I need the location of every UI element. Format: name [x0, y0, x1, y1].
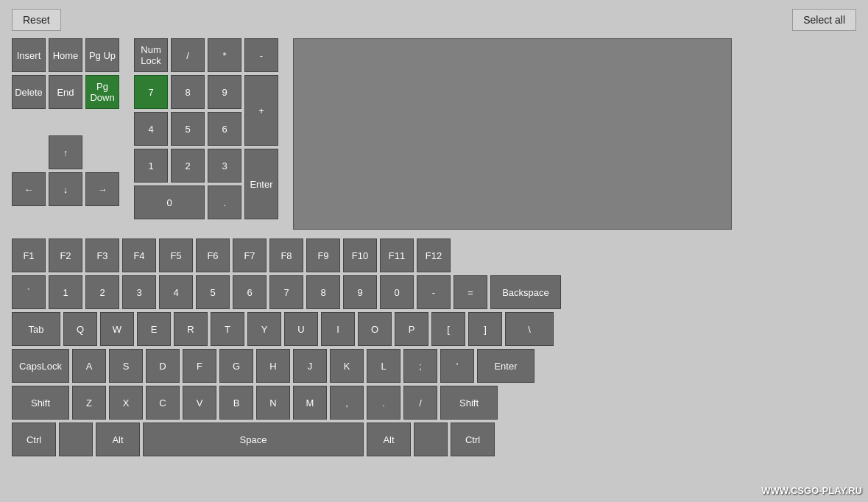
key-1[interactable]: 1	[49, 275, 82, 309]
key-a[interactable]: A	[72, 349, 106, 383]
key-g[interactable]: G	[219, 349, 253, 383]
key-p[interactable]: P	[395, 312, 428, 346]
key-5[interactable]: 5	[196, 275, 230, 309]
key-win-left[interactable]	[59, 423, 93, 456]
key-f6[interactable]: F6	[196, 238, 230, 272]
key-down[interactable]: ↓	[49, 172, 82, 206]
key-k[interactable]: K	[330, 349, 364, 383]
key-num-7[interactable]: 7	[134, 75, 168, 109]
key-f10[interactable]: F10	[343, 238, 377, 272]
key-lbracket[interactable]: [	[431, 312, 465, 346]
key-num-5[interactable]: 5	[171, 112, 205, 146]
key-0[interactable]: 0	[380, 275, 414, 309]
key-num-0[interactable]: 0	[134, 185, 205, 219]
key-alt-right[interactable]: Alt	[367, 423, 411, 456]
key-end[interactable]: End	[49, 75, 82, 109]
key-f12[interactable]: F12	[417, 238, 451, 272]
key-minus[interactable]: -	[417, 275, 451, 309]
key-num-9[interactable]: 9	[208, 75, 241, 109]
key-slash[interactable]: /	[403, 386, 437, 420]
key-backslash[interactable]: \	[505, 312, 554, 346]
key-j[interactable]: J	[293, 349, 327, 383]
key-backspace[interactable]: Backspace	[490, 275, 561, 309]
key-l[interactable]: L	[367, 349, 401, 383]
key-f4[interactable]: F4	[122, 238, 156, 272]
key-n[interactable]: N	[256, 386, 290, 420]
key-m[interactable]: M	[293, 386, 327, 420]
key-w[interactable]: W	[100, 312, 134, 346]
key-6[interactable]: 6	[233, 275, 267, 309]
key-quote[interactable]: '	[440, 349, 474, 383]
key-num-2[interactable]: 2	[171, 149, 205, 183]
key-space[interactable]: Space	[143, 423, 364, 456]
key-pgdown[interactable]: PgDown	[85, 75, 119, 109]
key-v[interactable]: V	[183, 386, 216, 420]
key-y[interactable]: Y	[247, 312, 281, 346]
key-tab[interactable]: Tab	[12, 312, 60, 346]
key-s[interactable]: S	[109, 349, 143, 383]
key-f7[interactable]: F7	[233, 238, 267, 272]
key-f5[interactable]: F5	[159, 238, 193, 272]
key-num-enter[interactable]: Enter	[244, 149, 278, 219]
key-num-1[interactable]: 1	[134, 149, 168, 183]
text-area[interactable]	[293, 38, 732, 230]
key-period[interactable]: .	[367, 386, 401, 420]
key-rbracket[interactable]: ]	[468, 312, 502, 346]
key-9[interactable]: 9	[343, 275, 377, 309]
key-2[interactable]: 2	[85, 275, 119, 309]
key-semicolon[interactable]: ;	[403, 349, 437, 383]
reset-button[interactable]: Reset	[12, 9, 61, 31]
key-num-3[interactable]: 3	[208, 149, 241, 183]
key-q[interactable]: Q	[63, 312, 97, 346]
key-7[interactable]: 7	[269, 275, 303, 309]
key-num-dot[interactable]: .	[208, 185, 241, 219]
key-u[interactable]: U	[284, 312, 318, 346]
key-home[interactable]: Home	[49, 38, 82, 72]
key-shift-right[interactable]: Shift	[440, 386, 498, 420]
key-8[interactable]: 8	[306, 275, 340, 309]
key-enter[interactable]: Enter	[477, 349, 534, 383]
key-num-6[interactable]: 6	[208, 112, 241, 146]
key-h[interactable]: H	[256, 349, 290, 383]
key-r[interactable]: R	[174, 312, 208, 346]
key-insert[interactable]: Insert	[12, 38, 46, 72]
key-t[interactable]: T	[211, 312, 244, 346]
key-i[interactable]: I	[321, 312, 355, 346]
key-o[interactable]: O	[358, 312, 392, 346]
key-left[interactable]: ←	[12, 172, 46, 206]
key-numlock[interactable]: NumLock	[134, 38, 168, 72]
key-up[interactable]: ↑	[49, 135, 82, 169]
select-all-button[interactable]: Select all	[792, 9, 856, 31]
key-num-4[interactable]: 4	[134, 112, 168, 146]
key-win-right[interactable]	[414, 423, 448, 456]
key-f2[interactable]: F2	[49, 238, 82, 272]
key-right[interactable]: →	[85, 172, 119, 206]
key-f[interactable]: F	[183, 349, 216, 383]
key-capslock[interactable]: CapsLock	[12, 349, 69, 383]
key-pgup[interactable]: Pg Up	[85, 38, 119, 72]
key-b[interactable]: B	[219, 386, 253, 420]
key-f8[interactable]: F8	[269, 238, 303, 272]
key-f9[interactable]: F9	[306, 238, 340, 272]
key-num-slash[interactable]: /	[171, 38, 205, 72]
key-f1[interactable]: F1	[12, 238, 46, 272]
key-c[interactable]: C	[146, 386, 180, 420]
key-x[interactable]: X	[109, 386, 143, 420]
key-shift-left[interactable]: Shift	[12, 386, 69, 420]
key-num-minus[interactable]: -	[244, 38, 278, 72]
key-ctrl-left[interactable]: Ctrl	[12, 423, 56, 456]
key-ctrl-right[interactable]: Ctrl	[451, 423, 495, 456]
key-f11[interactable]: F11	[380, 238, 414, 272]
key-num-asterisk[interactable]: *	[208, 38, 241, 72]
key-e[interactable]: E	[137, 312, 171, 346]
key-d[interactable]: D	[146, 349, 180, 383]
key-equals[interactable]: =	[454, 275, 487, 309]
key-num-8[interactable]: 8	[171, 75, 205, 109]
key-f3[interactable]: F3	[85, 238, 119, 272]
key-delete[interactable]: Delete	[12, 75, 46, 109]
key-z[interactable]: Z	[72, 386, 106, 420]
key-backtick[interactable]: `	[12, 275, 46, 309]
key-3[interactable]: 3	[122, 275, 156, 309]
key-comma[interactable]: ,	[330, 386, 364, 420]
key-num-plus[interactable]: +	[244, 75, 278, 146]
